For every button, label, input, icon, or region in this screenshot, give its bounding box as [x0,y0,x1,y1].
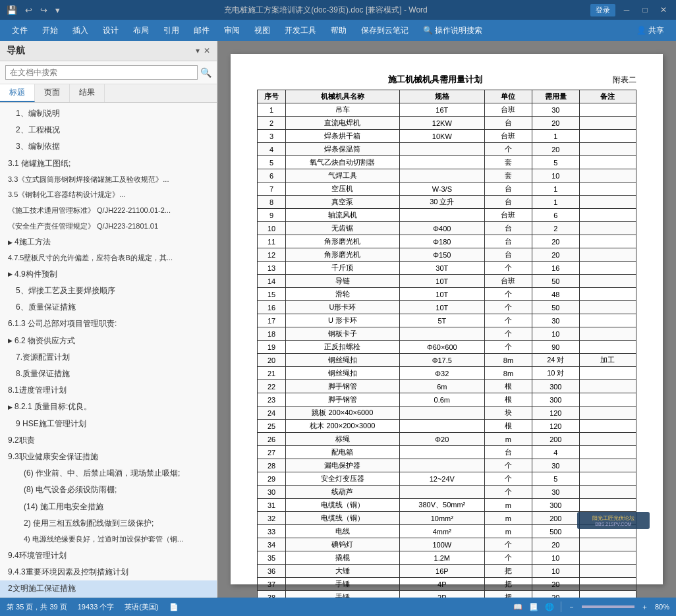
nav-item[interactable]: ▶ 4.9构件预制 [0,266,217,283]
table-cell: 0.6m [399,393,484,406]
table-cell: 6 [532,209,579,222]
expand-icon: ▶ [8,269,13,279]
zoom-slider[interactable] [582,605,634,608]
table-cell [579,499,636,512]
nav-item[interactable]: ▶ 6.2 物资供应方式 [0,333,217,349]
search-icon[interactable]: 🔍 [200,67,211,78]
nav-item[interactable]: 4.7.5壁板尺寸的允许偏差，应符合表B的规定，其... [0,250,217,266]
table-cell: 根 [485,393,532,406]
nav-item[interactable]: 9.4环境管理计划 [0,547,217,564]
menu-developer[interactable]: 开发工具 [278,22,323,39]
nav-item[interactable]: 7.资源配置计划 [0,349,217,366]
nav-item[interactable]: 8.1进度管理计划 [0,382,217,399]
table-cell: 10 [532,551,579,565]
table-cell: 个 [485,459,532,472]
table-cell: 漏电保护器 [286,459,400,472]
nav-close-icon[interactable]: ✕ [204,46,210,55]
nav-item[interactable]: (14) 施工用电安全措施 [0,499,217,515]
menu-help[interactable]: 帮助 [324,22,353,39]
table-cell [579,486,636,499]
menu-review[interactable]: 审阅 [217,22,246,39]
undo-icon[interactable]: ↩ [24,4,34,16]
menu-search[interactable]: 🔍 操作说明搜索 [416,22,489,39]
nav-item[interactable]: 2) 使用三相五线制配线做到三级保护; [0,515,217,532]
zoom-in-icon[interactable]: ＋ [641,602,648,612]
menu-layout[interactable]: 布局 [127,22,155,39]
minimize-button[interactable]: ─ [619,3,634,17]
table-cell: 正反扣螺栓 [286,341,400,354]
nav-item[interactable]: 3.1 储罐施工图纸; [0,155,217,172]
nav-item[interactable]: 6.1.3 公司总部对项目管理职责: [0,316,217,332]
nav-item-active[interactable]: 2文明施工保证措施 [0,580,217,597]
nav-item[interactable]: 3.3《立式圆筒形钢制焊接储罐施工及验收规范》... [0,172,217,188]
menu-share[interactable]: 👤 共享 [630,22,671,39]
customize-icon[interactable]: ▾ [54,4,61,16]
table-cell: 12~24V [399,472,484,486]
menu-references[interactable]: 引用 [157,22,186,39]
tab-results[interactable]: 结果 [70,84,105,102]
web-view-icon[interactable]: 🌐 [545,603,554,611]
table-cell [579,433,636,446]
menu-file[interactable]: 文件 [5,22,34,39]
table-cell: 4P [399,578,484,591]
nav-item[interactable]: 《安全生产责任管理规定》 Q/JH223-21801.01 [0,219,217,235]
nav-item[interactable]: 4) 电源线绝缘要良好，过道时加设保护套管（钢... [0,532,217,547]
page-info: 第 35 页，共 39 页 [7,602,67,612]
nav-item[interactable]: 《施工技术通用管理标准》 Q/JH222-21100.01-2... [0,203,217,219]
nav-item[interactable]: 3.5《钢制化工容器结构设计规定》... [0,187,217,203]
table-cell: 台 [485,235,532,248]
table-cell: m [485,499,532,512]
tab-headings[interactable]: 标题 [0,84,35,102]
menu-insert[interactable]: 插入 [66,22,95,39]
table-cell: 19 [258,341,286,354]
menu-mailings[interactable]: 邮件 [187,22,216,39]
table-cell: 50 [532,275,579,288]
nav-item[interactable]: 5、焊接工艺及主要焊接顺序 [0,283,217,299]
nav-item[interactable]: 8.质量保证措施 [0,366,217,382]
tab-pages[interactable]: 页面 [35,84,70,102]
menu-save-cloud[interactable]: 保存到云笔记 [354,22,415,39]
table-cell [579,103,636,117]
nav-item[interactable]: 9 HSE施工管理计划 [0,416,217,432]
nav-item[interactable]: 1、编制说明 [0,105,217,122]
table-cell [579,130,636,143]
search-input[interactable] [5,65,198,80]
nav-item[interactable]: 9.2职责 [0,432,217,449]
print-view-icon[interactable]: 📃 [529,603,538,611]
table-cell: 大锤 [286,565,400,578]
table-row: 15滑轮10T个48 [258,288,636,301]
nav-item[interactable]: 6、质量保证措施 [0,299,217,316]
zoom-out-icon[interactable]: － [568,602,575,612]
table-cell: 个 [485,314,532,327]
save-icon[interactable]: 💾 [5,4,18,16]
nav-dropdown-icon[interactable]: ▾ [196,46,200,55]
read-view-icon[interactable]: 📖 [513,603,522,611]
close-button[interactable]: ✕ [656,3,671,17]
nav-item[interactable]: ▶ 4施工方法 [0,234,217,250]
table-cell: 台 [485,248,532,262]
menu-home[interactable]: 开始 [36,22,65,39]
table-cell: 380V、50mm² [399,499,484,512]
nav-item[interactable]: 9.3职业健康安全保证措施 [0,449,217,465]
login-button[interactable]: 登录 [590,4,615,16]
redo-icon[interactable]: ↪ [39,4,49,16]
nav-item[interactable]: ▶ 8.2.1 质量目标:优良。 [0,399,217,415]
nav-item[interactable]: 9.4.3重要环境因素及控制措施计划 [0,564,217,580]
zoom-level[interactable]: 80% [655,603,669,611]
table-cell: 100W [399,538,484,551]
table-row: 37手锤4P把20 [258,578,636,591]
menu-view[interactable]: 视图 [248,22,277,39]
table-cell: 配电箱 [286,446,400,459]
nav-item[interactable]: (8) 电气设备必须设防雨棚; [0,482,217,498]
nav-item[interactable]: 2、工程概况 [0,122,217,138]
table-cell [579,446,636,459]
doc-area[interactable]: 施工机械机具需用量计划 附表二 序号 机械机具名称 规格 单位 需用量 备注 1… [217,41,676,598]
nav-item[interactable]: 3、编制依据 [0,138,217,155]
table-cell [579,209,636,222]
restore-button[interactable]: □ [638,3,652,17]
table-row: 12角形磨光机Φ150台20 [258,248,636,262]
table-cell: 把 [485,578,532,591]
table-row: 5氧气乙炔自动切割器套5 [258,156,636,169]
nav-item[interactable]: (6) 作业前、中、后禁止喝酒，现场禁止吸烟; [0,465,217,482]
menu-design[interactable]: 设计 [96,22,125,39]
